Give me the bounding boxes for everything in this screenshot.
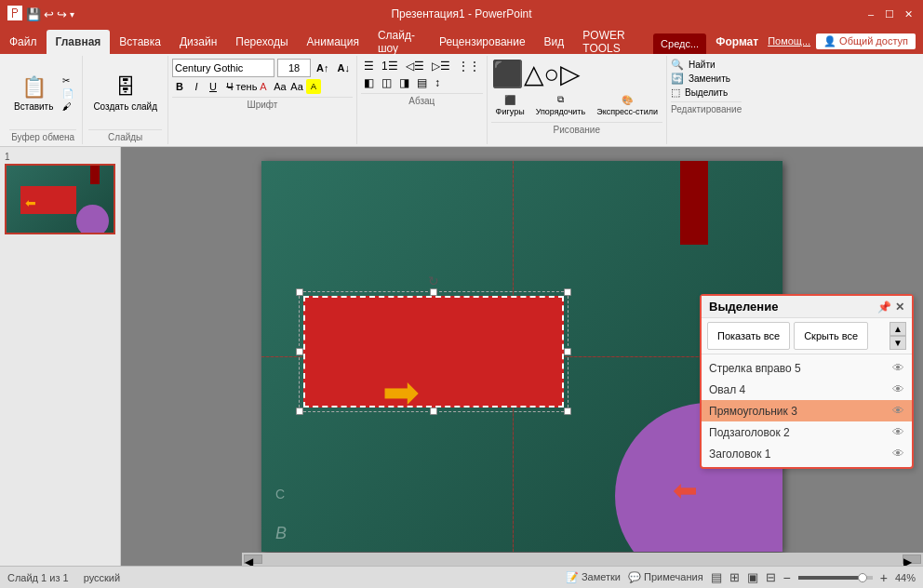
tab-file[interactable]: Файл	[0, 30, 47, 54]
redo-icon[interactable]: ↪	[57, 7, 67, 21]
align-right-button[interactable]: ◨	[396, 75, 412, 90]
share-button[interactable]: 👤 Общий доступ	[816, 33, 916, 49]
tab-transitions[interactable]: Переходы	[226, 30, 297, 54]
item-1-eye-icon[interactable]: 👁	[892, 361, 904, 375]
align-left-button[interactable]: ◧	[361, 75, 377, 90]
paste-button[interactable]: 📋 Вставить	[9, 73, 58, 114]
tab-format[interactable]: Формат	[706, 30, 768, 54]
handle-bottom-right[interactable]	[564, 408, 571, 415]
maximize-button[interactable]: ☐	[882, 7, 897, 21]
decrease-indent-button[interactable]: ◁☰	[403, 59, 427, 74]
slide-panel: 1 ⬅	[0, 147, 121, 566]
panel-pin-button[interactable]: 📌	[877, 301, 891, 314]
selection-item-4[interactable]: Подзаголовок 2 👁	[702, 421, 912, 443]
help-link[interactable]: Помощ...	[768, 35, 810, 47]
selection-item-1[interactable]: Стрелка вправо 5 👁	[702, 357, 912, 379]
handle-bottom-middle[interactable]	[430, 408, 437, 415]
replace-button[interactable]: Заменить	[686, 73, 733, 85]
slide-thumbnail-1[interactable]: ⬅	[5, 164, 115, 234]
font-size-decrease[interactable]: A↓	[334, 61, 352, 74]
handle-top-left[interactable]	[296, 288, 303, 296]
handle-top-right[interactable]	[564, 288, 571, 296]
scroll-track[interactable]	[262, 555, 903, 564]
grid-view-button[interactable]: ⊞	[729, 570, 740, 584]
handle-top-middle[interactable]	[430, 288, 437, 296]
reading-view-button[interactable]: ▣	[747, 570, 758, 584]
item-4-eye-icon[interactable]: 👁	[892, 425, 904, 439]
slide-info: Слайд 1 из 1	[7, 572, 69, 583]
copy-button[interactable]: 📄	[60, 87, 76, 100]
char-spacing-button[interactable]: Aa	[273, 79, 288, 94]
show-all-button[interactable]: Показать все	[707, 322, 790, 350]
scroll-left-arrow[interactable]: ◀	[244, 555, 262, 564]
justify-button[interactable]: ▤	[414, 75, 430, 90]
more-icon[interactable]: ▾	[70, 9, 74, 20]
font-size-increase[interactable]: A↑	[314, 61, 331, 74]
zoom-thumb[interactable]	[858, 573, 867, 582]
select-button[interactable]: Выделить	[682, 87, 730, 99]
panel-close-button[interactable]: ✕	[895, 301, 904, 314]
tab-review[interactable]: Рецензирование	[430, 30, 535, 54]
font-name-input[interactable]	[172, 59, 274, 77]
align-center-button[interactable]: ◫	[379, 75, 395, 90]
move-down-button[interactable]: ▼	[890, 336, 906, 350]
minimize-button[interactable]: –	[863, 7, 878, 21]
scroll-right-arrow[interactable]: ▶	[903, 555, 921, 564]
tab-home[interactable]: Главная	[47, 30, 111, 54]
font-color-button[interactable]: A	[256, 79, 271, 94]
item-3-eye-icon[interactable]: 👁	[892, 404, 904, 418]
undo-icon[interactable]: ↩	[44, 7, 54, 21]
handle-bottom-left[interactable]	[296, 408, 303, 415]
comments-button[interactable]: 💬 Примечания	[628, 571, 703, 583]
highlight-button[interactable]: A	[306, 79, 321, 94]
normal-view-button[interactable]: ▤	[711, 570, 722, 584]
find-button[interactable]: Найти	[686, 59, 718, 71]
slide-thumb-inner: ⬅	[7, 166, 114, 233]
ribbon-section-paragraph: ☰ 1☰ ◁☰ ▷☰ ⋮⋮ ◧ ◫ ◨ ▤ ↕ Абзац	[357, 56, 488, 144]
handle-middle-left[interactable]	[296, 348, 303, 355]
zoom-slider[interactable]	[798, 576, 873, 580]
notes-button[interactable]: 📝 Заметки	[566, 571, 621, 583]
hide-all-button[interactable]: Скрыть все	[794, 322, 868, 350]
zoom-plus-button[interactable]: +	[880, 570, 888, 585]
tab-insert[interactable]: Вставка	[110, 30, 170, 54]
canvas-scrollbar[interactable]: ◀ ▶	[242, 553, 923, 566]
zoom-level[interactable]: 44%	[895, 572, 916, 583]
express-styles-button[interactable]: 🎨 Экспресс-стили	[592, 92, 662, 119]
create-slide-button[interactable]: 🗄 Создать слайд	[88, 73, 162, 115]
zoom-minus-button[interactable]: −	[783, 570, 791, 585]
italic-button[interactable]: I	[189, 79, 204, 94]
slide-show-button[interactable]: ⊟	[766, 570, 776, 584]
shapes-button[interactable]: ⬛ Фигуры	[491, 92, 529, 119]
save-icon[interactable]: 💾	[26, 7, 41, 21]
close-button[interactable]: ✕	[901, 7, 916, 21]
rotate-handle[interactable]: ↻	[428, 274, 439, 288]
item-2-eye-icon[interactable]: 👁	[892, 382, 904, 396]
tab-design[interactable]: Дизайн	[170, 30, 226, 54]
numbered-list-button[interactable]: 1☰	[379, 59, 401, 74]
bullet-list-button[interactable]: ☰	[361, 59, 377, 74]
move-up-button[interactable]: ▲	[890, 322, 906, 336]
format-painter-button[interactable]: 🖌	[60, 100, 76, 113]
tab-view[interactable]: Вид	[535, 30, 574, 54]
increase-indent-button[interactable]: ▷☰	[429, 59, 453, 74]
selection-item-2[interactable]: Овал 4 👁	[702, 379, 912, 400]
arrange-button[interactable]: ⧉ Упорядочить	[531, 91, 591, 119]
item-5-eye-icon[interactable]: 👁	[892, 447, 904, 461]
shadow-button[interactable]: тень	[239, 79, 254, 94]
cut-button[interactable]: ✂	[60, 74, 76, 87]
selection-item-5[interactable]: Заголовок 1 👁	[702, 443, 912, 464]
column-button[interactable]: ⋮⋮	[455, 59, 483, 74]
font-size-input[interactable]	[277, 59, 311, 77]
underline-button[interactable]: U	[206, 79, 221, 94]
handle-middle-right[interactable]	[564, 348, 571, 355]
tab-sredstva[interactable]: Средс...	[653, 33, 706, 54]
shapes-gallery[interactable]: ⬛△○▷	[491, 59, 581, 89]
tab-powertools[interactable]: POWER TOOLS	[573, 30, 653, 54]
line-spacing-button[interactable]: ↕	[432, 75, 443, 90]
bold-button[interactable]: B	[172, 79, 187, 94]
tab-animations[interactable]: Анимация	[298, 30, 368, 54]
case-button[interactable]: Аа	[289, 79, 304, 94]
selection-item-3[interactable]: Прямоугольник 3 👁	[702, 400, 912, 421]
tab-slideshow[interactable]: Слайд-шоу	[368, 30, 430, 54]
